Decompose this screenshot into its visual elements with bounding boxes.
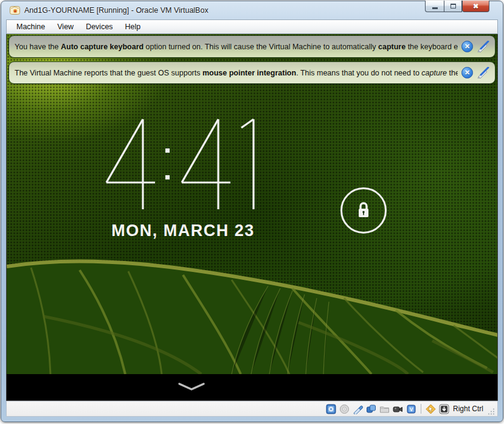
leaf-wallpaper-detail: [7, 243, 498, 374]
vm-display[interactable]: You have the Auto capture keyboard optio…: [6, 34, 498, 401]
pen-icon[interactable]: [477, 67, 489, 78]
host-key-label: Right Ctrl: [453, 405, 483, 413]
menu-help[interactable]: Help: [119, 21, 147, 32]
maximize-icon: [450, 4, 456, 9]
window-controls: ✖: [425, 1, 489, 12]
menu-view[interactable]: View: [51, 21, 80, 32]
minimize-icon: [432, 7, 438, 9]
menu-devices[interactable]: Devices: [80, 21, 119, 32]
virtualbox-app-icon[interactable]: [10, 5, 21, 15]
host-key-status-icon[interactable]: [439, 404, 449, 414]
notification-text: The Virtual Machine reports that the gue…: [15, 69, 458, 77]
svg-text:V: V: [410, 406, 413, 412]
display-status-icon[interactable]: [393, 404, 403, 414]
android-navbar: [7, 374, 497, 400]
maximize-button[interactable]: [444, 1, 462, 12]
titlebar[interactable]: And1G-YOURNAME [Running] - Oracle VM Vir…: [6, 1, 498, 19]
statusbar-separator: [421, 404, 421, 414]
close-message-icon[interactable]: ✕: [461, 67, 473, 78]
network-adapters-status-icon[interactable]: [366, 404, 376, 414]
close-icon: ✖: [473, 2, 478, 10]
close-message-icon[interactable]: ✕: [461, 41, 473, 52]
optical-drives-status-icon[interactable]: [339, 404, 350, 414]
padlock-icon: [356, 201, 371, 220]
hard-disks-status-icon[interactable]: [326, 404, 336, 414]
statusbar: V Right Ctrl: [6, 401, 498, 417]
hide-navbar-chevron-icon[interactable]: [178, 382, 205, 392]
close-button[interactable]: ✖: [462, 1, 489, 12]
pen-icon[interactable]: [477, 41, 489, 52]
window-title: And1G-YOURNAME [Running] - Oracle VM Vir…: [24, 6, 209, 15]
virtualization-features-status-icon[interactable]: V: [406, 404, 416, 414]
notification-text: You have the Auto capture keyboard optio…: [15, 43, 458, 51]
lockscreen-clock: [104, 117, 257, 210]
mouse-integration-status-icon[interactable]: [426, 404, 436, 414]
notification-banner-keyboard: You have the Auto capture keyboard optio…: [9, 35, 495, 58]
lockscreen-date: MON, MARCH 23: [43, 221, 323, 240]
virtualbox-window: And1G-YOURNAME [Running] - Oracle VM Vir…: [1, 1, 503, 422]
shared-folders-status-icon[interactable]: [379, 404, 390, 414]
usb-devices-status-icon[interactable]: [353, 404, 363, 414]
minimize-button[interactable]: [425, 1, 444, 12]
menu-machine[interactable]: Machine: [10, 21, 51, 32]
menubar: Machine View Devices Help: [6, 19, 498, 34]
resize-grip[interactable]: [488, 408, 495, 415]
unlock-button[interactable]: [340, 187, 387, 234]
notification-banner-mouse: The Virtual Machine reports that the gue…: [9, 61, 495, 84]
